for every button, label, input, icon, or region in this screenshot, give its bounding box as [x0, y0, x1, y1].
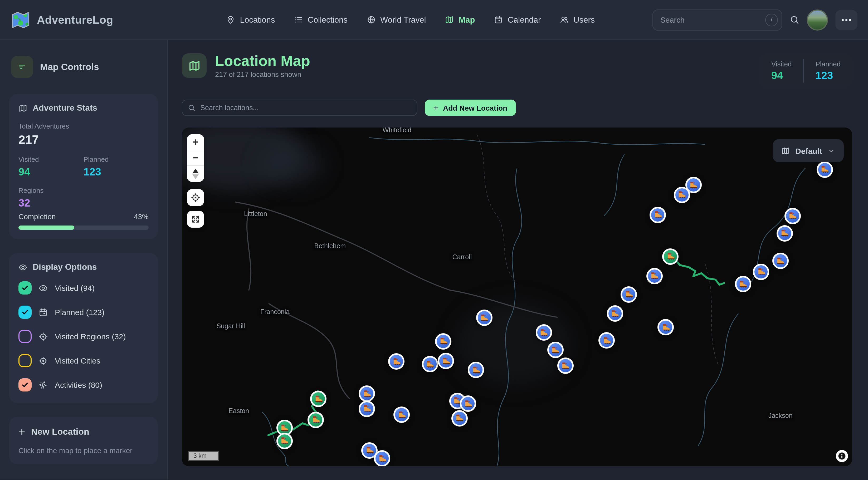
map-marker-green[interactable]: [662, 249, 679, 265]
map-marker-blue[interactable]: [784, 208, 801, 224]
map-marker-blue[interactable]: [772, 253, 789, 269]
nav-item-world-travel[interactable]: World Travel: [367, 15, 426, 25]
layer-selector[interactable]: Default: [773, 139, 844, 162]
fullscreen-icon: [191, 215, 200, 224]
layer-selector-value: Default: [795, 146, 822, 155]
nav-item-locations[interactable]: Locations: [226, 15, 275, 25]
main-content: Location Map 217 of 217 locations shown …: [167, 40, 868, 479]
map-marker-green[interactable]: [276, 433, 292, 449]
avatar[interactable]: [807, 9, 828, 30]
search-icon: [188, 104, 195, 112]
map-icon: [445, 15, 454, 24]
map-geography: [182, 128, 852, 466]
hiking-boot-icon: [455, 413, 464, 423]
map-marker-blue[interactable]: [374, 450, 391, 466]
hiking-boot-icon: [397, 410, 406, 420]
map-marker-blue[interactable]: [776, 225, 793, 241]
map-marker-blue[interactable]: [422, 356, 438, 373]
map-marker-blue[interactable]: [460, 395, 476, 412]
map-marker-blue[interactable]: [359, 401, 375, 417]
map-marker-blue[interactable]: [753, 264, 769, 280]
search-icon: [789, 15, 800, 25]
map-marker-blue[interactable]: [394, 407, 410, 423]
display-option-label: Planned (123): [55, 308, 104, 317]
nav-item-map[interactable]: Map: [445, 15, 475, 25]
add-new-location-button[interactable]: + Add New Location: [425, 100, 516, 116]
map-marker-blue[interactable]: [599, 332, 615, 349]
map-marker-blue[interactable]: [650, 207, 666, 223]
hiking-boot-icon: [624, 290, 634, 299]
display-option-visited-cities[interactable]: Visited Cities: [19, 354, 149, 367]
map-marker-green[interactable]: [308, 412, 324, 428]
display-option-planned[interactable]: Planned (123): [19, 306, 149, 319]
checkbox-visited-cities[interactable]: [19, 354, 32, 367]
locate-icon: [191, 193, 200, 202]
zoom-out-button[interactable]: −: [187, 150, 204, 166]
map-marker-blue[interactable]: [646, 268, 663, 284]
hiking-boot-icon: [560, 361, 570, 371]
map-marker-blue[interactable]: [658, 319, 674, 335]
map-marker-blue[interactable]: [388, 354, 404, 370]
map-marker-blue[interactable]: [735, 276, 751, 292]
compass-button[interactable]: [187, 166, 204, 182]
hiking-boot-icon: [610, 309, 620, 318]
checkbox-planned[interactable]: [19, 306, 32, 319]
checkbox-activities[interactable]: [19, 378, 32, 391]
navbar-right: /: [652, 9, 858, 30]
display-option-label: Visited Regions (32): [55, 332, 126, 341]
completion-row: Completion 43%: [19, 212, 149, 221]
attribution-button[interactable]: [836, 450, 848, 462]
location-search-input[interactable]: [182, 100, 417, 116]
display-option-visited-regions[interactable]: Visited Regions (32): [19, 330, 149, 343]
town-label: Franconia: [260, 308, 289, 316]
fullscreen-button[interactable]: [187, 211, 204, 228]
hiking-boot-icon: [280, 436, 289, 446]
nav-item-users[interactable]: Users: [560, 15, 595, 25]
stat-regions: Regions 32: [19, 187, 149, 209]
hiking-boot-icon: [776, 256, 785, 266]
display-option-activities[interactable]: Activities (80): [19, 378, 149, 391]
map-zoom-control: + −: [187, 134, 204, 182]
map-canvas[interactable]: WhitefieldLittletonBethlehemCarrollFranc…: [182, 128, 852, 466]
map-marker-blue[interactable]: [547, 342, 563, 358]
map-marker-blue[interactable]: [359, 386, 375, 402]
hiking-boot-icon: [661, 323, 671, 332]
map-marker-blue[interactable]: [435, 333, 452, 349]
new-location-header[interactable]: + New Location: [19, 426, 149, 438]
map-marker-blue[interactable]: [468, 362, 484, 378]
search-icon-button[interactable]: [789, 15, 800, 25]
town-label: Littleton: [244, 210, 267, 218]
nav-item-label: Map: [459, 15, 475, 25]
checkbox-visited-regions[interactable]: [19, 330, 32, 343]
map-marker-blue[interactable]: [621, 286, 637, 303]
map-marker-blue[interactable]: [607, 305, 623, 322]
more-menu-button[interactable]: [835, 10, 858, 30]
nav-item-collections[interactable]: Collections: [294, 15, 347, 25]
global-search-input[interactable]: [652, 9, 782, 30]
nav-item-label: Calendar: [508, 15, 541, 25]
display-option-visited[interactable]: Visited (94): [19, 281, 149, 294]
map-controls-header: Map Controls: [11, 56, 156, 78]
stat-total: Total Adventures 217: [19, 122, 149, 147]
map-marker-blue[interactable]: [674, 187, 690, 203]
nav-item-calendar[interactable]: Calendar: [494, 15, 541, 25]
stat-visited: Visited 94: [19, 155, 84, 178]
zoom-in-button[interactable]: +: [187, 134, 204, 150]
hiking-boot-icon: [314, 394, 323, 404]
eye-icon: [38, 283, 48, 293]
brand[interactable]: AdventureLog: [10, 10, 168, 30]
map-marker-blue[interactable]: [476, 310, 492, 326]
hiking-boot-icon: [602, 336, 612, 345]
compass-north-icon: [192, 169, 199, 173]
hiking-boot-icon: [425, 360, 435, 369]
map-marker-blue[interactable]: [438, 353, 454, 369]
map-marker-blue[interactable]: [451, 410, 467, 426]
map-marker-green[interactable]: [310, 391, 327, 407]
checkbox-visited[interactable]: [19, 281, 32, 294]
hiking-boot-icon: [780, 228, 789, 238]
geolocate-button[interactable]: [187, 189, 204, 206]
adventure-stats-card: Adventure Stats Total Adventures 217 Vis…: [9, 94, 158, 239]
map-marker-blue[interactable]: [817, 161, 833, 178]
map-marker-blue[interactable]: [557, 357, 574, 374]
map-marker-blue[interactable]: [536, 324, 552, 341]
